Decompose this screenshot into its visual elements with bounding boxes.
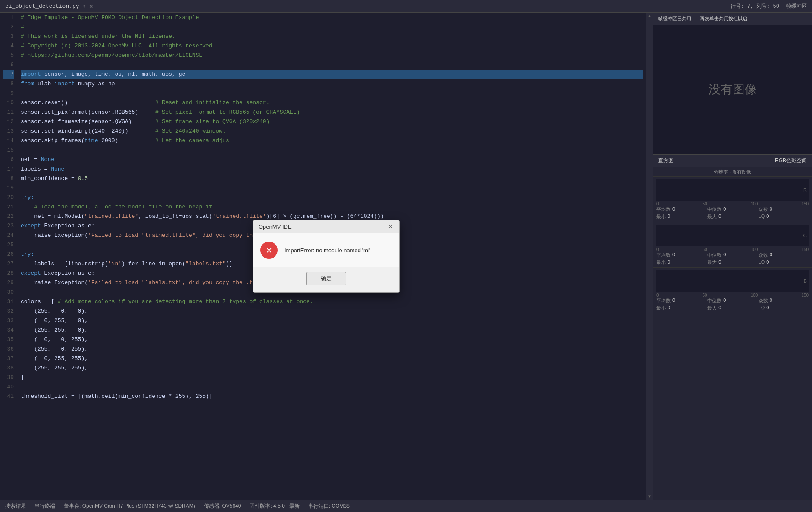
hist-chart-g: G — [656, 225, 809, 246]
r-channel-label: R — [803, 187, 807, 192]
dialog-title: OpenMV IDE — [259, 223, 292, 230]
right-panel: 帧缓冲区已禁用 · 再次单击禁用按钮以启 没有图像 直方图 RGB色彩空间 分辨… — [653, 13, 812, 500]
dialog-error-icon: ✕ — [260, 242, 278, 259]
hist-chart-r: R — [656, 179, 809, 201]
title-filename: ei_object_detection.py — [5, 3, 79, 9]
serial-port: 串行端口: COM38 — [308, 503, 350, 510]
hist-stats-b: 平均数0 中位数0 众数0 最小0 最大0 LQ0 — [656, 298, 809, 311]
colorspace-label: RGB色彩空间 — [775, 157, 807, 164]
dialog-footer: 确定 — [253, 267, 399, 292]
dialog-overlay: OpenMV IDE ✕ ✕ ImportError: no module na… — [0, 13, 653, 500]
main-layout: 1 2 3 4 5 6 7 8 9 10 11 12 13 14 15 16 1 — [0, 13, 812, 500]
title-bar-right: 行号: 7, 列号: 50 帧缓冲区 — [731, 3, 807, 10]
frame-buffer-area: 没有图像 — [653, 25, 812, 154]
histogram-channel-b: B 0 50 100 150 平均数0 中位数0 众数0 最小0 最大0 LQ0 — [653, 267, 812, 313]
no-image-text: 没有图像 — [709, 81, 757, 98]
hist-axis-g: 0 50 100 150 — [656, 247, 809, 252]
histogram-label: 直方图 — [658, 157, 674, 164]
cursor-position: 行号: 7, 列号: 50 — [731, 3, 779, 10]
dialog-ok-button[interactable]: 确定 — [306, 272, 346, 285]
title-bar-left: ei_object_detection.py ⇕ ✕ — [5, 3, 731, 10]
dialog-title-bar: OpenMV IDE ✕ — [253, 220, 399, 233]
serial-terminal[interactable]: 串行终端 — [34, 503, 55, 510]
firmware-info: 固件版本: 4.5.0 · 最新 — [250, 503, 299, 510]
b-channel-label: B — [804, 279, 807, 284]
dialog-body: ✕ ImportError: no module named 'ml' — [253, 233, 399, 267]
resolution-label: 分辨率 · 没有图像 — [653, 167, 812, 176]
g-channel-label: G — [803, 233, 807, 238]
code-editor: 1 2 3 4 5 6 7 8 9 10 11 12 13 14 15 16 1 — [0, 13, 653, 500]
title-close-icon[interactable]: ✕ — [89, 3, 93, 10]
search-results[interactable]: 搜索结果 — [5, 503, 26, 510]
hist-stats-r: 平均数0 中位数0 众数0 最小0 最大0 LQ0 — [656, 206, 809, 220]
histogram-tabs: 直方图 RGB色彩空间 — [653, 154, 812, 167]
frame-buffer-notice: 帧缓冲区已禁用 · 再次单击禁用按钮以启 — [658, 16, 747, 22]
frame-buffer-label: 帧缓冲区 — [786, 3, 807, 10]
title-bar: ei_object_detection.py ⇕ ✕ 行号: 7, 列号: 50… — [0, 0, 812, 13]
status-bar: 搜索结果 串行终端 董事会: OpenMV Cam H7 Plus (STM32… — [0, 500, 812, 512]
histogram-section: 直方图 RGB色彩空间 分辨率 · 没有图像 R 0 50 100 150 平均… — [653, 154, 812, 500]
dialog-message: ImportError: no module named 'ml' — [284, 247, 370, 254]
hist-axis-b: 0 50 100 150 — [656, 293, 809, 298]
title-arrows[interactable]: ⇕ — [83, 3, 86, 9]
histogram-channel-g: G 0 50 100 150 平均数0 中位数0 众数0 最小0 最大0 LQ0 — [653, 222, 812, 267]
frame-buffer-header: 帧缓冲区已禁用 · 再次单击禁用按钮以启 — [653, 13, 812, 25]
sensor-info: 传感器: OV5640 — [204, 503, 241, 510]
hist-stats-g: 平均数0 中位数0 众数0 最小0 最大0 LQ0 — [656, 252, 809, 266]
hist-chart-b: B — [656, 270, 809, 292]
dialog-close-button[interactable]: ✕ — [387, 223, 394, 230]
error-dialog: OpenMV IDE ✕ ✕ ImportError: no module na… — [253, 220, 400, 293]
board-info: 董事会: OpenMV Cam H7 Plus (STM32H743 w/ SD… — [64, 503, 195, 510]
hist-axis-r: 0 50 100 150 — [656, 202, 809, 206]
histogram-channel-r: R 0 50 100 150 平均数0 中位数0 众数0 最小0 最大0 LQ0 — [653, 176, 812, 222]
